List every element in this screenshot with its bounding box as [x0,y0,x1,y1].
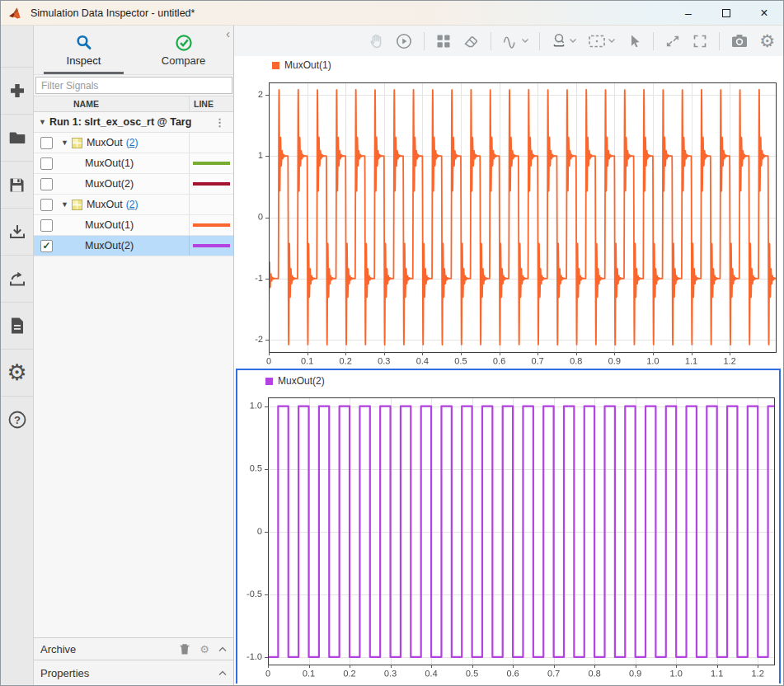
column-line: LINE [189,96,233,111]
tab-inspect[interactable]: Inspect [34,26,134,74]
tab-inspect-label: Inspect [67,54,101,67]
help-button[interactable]: ? [1,396,33,443]
filter-signals-input[interactable] [35,77,232,94]
line-style-cell[interactable] [189,174,233,194]
group-expander-icon[interactable]: ▼ [61,139,68,147]
tab-compare[interactable]: Compare [134,26,233,74]
collapse-panel-icon[interactable]: ‹ [226,27,230,40]
checkbox[interactable] [40,157,53,170]
run-row[interactable]: ▼ Run 1: slrt_ex_osc_rt @ Targ ⋮ [34,112,233,133]
checkbox[interactable] [40,199,53,211]
fullscreen-button[interactable] [692,33,708,49]
bottom-subplot-selected[interactable]: MuxOut(2) [236,369,781,684]
clear-plots-button[interactable] [462,33,480,49]
help-icon: ? [7,410,27,430]
add-button[interactable] [1,67,33,114]
archive-collapse-icon[interactable] [218,646,227,652]
line-style-cell[interactable] [189,153,233,173]
group-label: MuxOut [87,199,123,210]
line-style-cell[interactable] [189,236,233,256]
maximize-icon [722,9,730,17]
title-bar: Simulation Data Inspector - untitled* – … [1,1,783,26]
maximize-button[interactable] [707,1,745,25]
mux-signal-icon [72,200,82,210]
eraser-icon [462,33,480,49]
checkbox[interactable]: ✓ [40,240,53,252]
legend-label: MuxOut(1) [284,59,331,71]
top-subplot-canvas[interactable] [242,74,778,369]
line-color-swatch [193,223,230,227]
line-style-cell[interactable] [189,133,233,153]
preferences-button[interactable]: ⚙ [1,349,33,396]
signal-row[interactable]: ✓MuxOut(2) [34,236,233,256]
run-label: Run 1: slrt_ex_osc_rt @ Targ [49,116,191,128]
fit-to-view-button[interactable] [587,33,615,49]
checkbox[interactable] [40,137,53,149]
signal-row[interactable]: MuxOut(1) [34,153,233,174]
properties-collapse-icon[interactable] [218,670,227,676]
close-button[interactable]: × [745,1,783,25]
signal-row[interactable]: MuxOut(2) [34,174,233,195]
report-button[interactable] [1,302,33,349]
archive-bar[interactable]: Archive ⚙ [34,637,233,660]
plot-area: ⚙ MuxOut(1) MuxOut(2) [234,26,783,685]
run-expander-icon[interactable]: ▼ [39,118,46,126]
subplot-layout-button[interactable] [435,33,452,49]
group-count-link[interactable]: (2) [126,199,138,210]
run-options-icon[interactable]: ⋮ [214,116,225,129]
line-style-cell[interactable] [189,215,233,235]
line-style-cell[interactable] [189,195,233,214]
snapshot-button[interactable] [730,33,749,49]
checkbox[interactable] [40,178,53,190]
plot-settings-button[interactable]: ⚙ [759,32,775,49]
matlab-logo-icon [9,7,24,20]
export-button[interactable] [1,255,33,302]
signal-table: ▼ Run 1: slrt_ex_osc_rt @ Targ ⋮ ▼MuxOut… [34,112,233,256]
archive-gear-icon[interactable]: ⚙ [199,643,210,655]
group-expander-icon[interactable]: ▼ [61,200,68,209]
cursor-arrow-icon [626,33,642,49]
group-count-link[interactable]: (2) [126,137,138,148]
column-name: NAME [34,99,189,109]
top-subplot[interactable]: MuxOut(1) [242,56,778,369]
checkbox[interactable] [40,219,53,232]
legend-swatch [265,378,273,385]
toolbar-separator [539,32,540,50]
group-row[interactable]: ▼MuxOut(2) [34,195,233,215]
signal-label: MuxOut(1) [85,219,134,231]
import-button[interactable] [1,208,33,255]
chevron-down-icon [570,39,576,43]
mode-tabs: Inspect Compare ‹ [34,26,233,75]
bottom-subplot-legend: MuxOut(2) [237,370,779,392]
properties-bar[interactable]: Properties [34,660,233,685]
trash-icon[interactable] [179,643,190,655]
bottom-subplot-canvas[interactable] [237,392,779,684]
mux-signal-icon [72,138,82,148]
svg-text:?: ? [14,414,21,426]
play-circle-icon [395,32,413,50]
open-button[interactable] [1,114,33,161]
pan-button[interactable] [368,32,384,50]
gear-icon: ⚙ [759,32,775,49]
fit-view-icon [587,33,607,49]
line-color-swatch [193,244,230,247]
toolbar-separator [424,32,425,50]
group-label: MuxOut [87,137,123,148]
line-color-swatch [193,182,230,186]
pointer-button[interactable] [626,33,642,49]
signal-table-empty-area [34,256,233,637]
signal-row[interactable]: MuxOut(1) [34,215,233,236]
main-toolstrip: ⚙ ? [1,26,34,685]
signal-browser-panel: Inspect Compare ‹ NAME LINE ▼ Run 1: slr… [34,26,234,685]
expand-button[interactable] [664,33,681,49]
group-row[interactable]: ▼MuxOut(2) [34,133,233,153]
search-icon [75,34,93,52]
export-icon [8,270,26,288]
replay-button[interactable] [395,32,413,50]
toolbar-separator [719,32,720,50]
signal-wave-button[interactable] [502,33,528,49]
save-button[interactable] [1,161,33,208]
zoom-in-time-button[interactable] [551,32,576,49]
chevron-down-icon [522,39,528,43]
minimize-button[interactable]: – [669,1,707,25]
